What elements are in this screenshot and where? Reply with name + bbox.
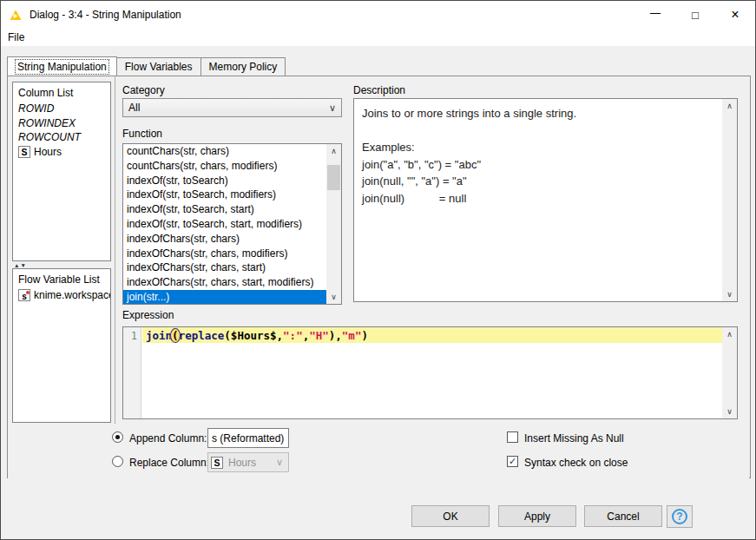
append-column-label: Append Column:: [129, 432, 207, 445]
description-line: join(null) = null: [362, 190, 714, 207]
description-line: [362, 122, 714, 140]
list-item-label: Hours: [34, 146, 62, 158]
tab-bar: String ManipulationFlow VariablesMemory …: [7, 56, 285, 76]
flow-variable-item[interactable]: sknime.workspace: [13, 288, 110, 303]
category-value: All: [123, 102, 324, 114]
column-list-item[interactable]: SHours: [13, 145, 110, 160]
menu-file[interactable]: File: [1, 31, 31, 43]
description-box[interactable]: Joins to or more strings into a single s…: [353, 98, 738, 302]
apply-button[interactable]: Apply: [498, 505, 576, 527]
category-label: Category: [122, 84, 165, 96]
code-token-string: "H": [309, 329, 329, 342]
pane-splitter[interactable]: ▲ ▼: [12, 262, 111, 268]
tab-label: Memory Policy: [209, 61, 278, 73]
list-item-label: knime.workspace: [34, 289, 111, 301]
append-column-input[interactable]: s (Reformatted): [207, 428, 289, 448]
column-list-item[interactable]: ROWCOUNT: [13, 130, 110, 145]
function-list-item[interactable]: countChars(str, chars): [123, 144, 326, 159]
menubar: File: [1, 29, 755, 46]
column-list-item[interactable]: ROWINDEX: [13, 116, 110, 131]
flow-variable-list-title: Flow Variable List: [13, 269, 110, 288]
tab-flow-variables[interactable]: Flow Variables: [116, 57, 201, 76]
flow-variable-list[interactable]: Flow Variable List sknime.workspace: [12, 268, 111, 423]
description-line: join(null, "", "a") = "a": [362, 173, 714, 190]
dialog-body: String ManipulationFlow VariablesMemory …: [1, 46, 755, 539]
chevron-down-icon: ∨: [324, 102, 341, 114]
scrollbar-thumb[interactable]: [327, 165, 340, 190]
code-token-string: "m": [342, 329, 362, 342]
function-list-item[interactable]: indexOfChars(str, chars, start, modifier…: [123, 275, 326, 290]
replace-column-value: Hours: [223, 457, 271, 469]
list-item-label: ROWINDEX: [18, 117, 76, 129]
tab-string-manipulation[interactable]: String Manipulation: [7, 56, 117, 76]
replace-column-label: Replace Column:: [129, 457, 209, 469]
list-item-label: ROWCOUNT: [18, 131, 81, 143]
ok-button[interactable]: OK: [411, 505, 490, 527]
minimize-icon: —: [650, 7, 661, 19]
code-token-plain: ): [361, 329, 368, 342]
function-list-item[interactable]: indexOf(str, toSearch, modifiers): [123, 188, 326, 202]
function-list-item[interactable]: join(str...): [123, 290, 326, 305]
function-list-item[interactable]: indexOf(str, toSearch, start, modifiers): [123, 217, 326, 232]
titlebar[interactable]: Dialog - 3:4 - String Manipulation — □ ×: [1, 1, 755, 29]
function-list-scrollbar[interactable]: ∧ ∨: [326, 144, 341, 304]
append-column-radio[interactable]: [112, 431, 123, 443]
maximize-button[interactable]: □: [675, 1, 715, 29]
splitter-down-icon: ▼: [20, 262, 25, 268]
function-list[interactable]: countChars(str, chars)countChars(str, ch…: [122, 143, 342, 305]
string-manipulation-panel: Column List ROWIDROWINDEXROWCOUNTSHours …: [7, 76, 751, 478]
code-area[interactable]: join(replace($Hours$,":","H"),"m"): [142, 327, 722, 418]
description-line: Joins to or more strings into a single s…: [362, 105, 714, 122]
left-pane-divider[interactable]: [115, 76, 115, 424]
function-list-item[interactable]: indexOf(str, toSearch): [123, 174, 326, 188]
function-list-item[interactable]: indexOf(str, toSearch, start): [123, 202, 326, 217]
function-label: Function: [122, 128, 162, 140]
window-controls: — □ ×: [635, 1, 755, 29]
code-token-string: ":": [283, 329, 303, 342]
close-button[interactable]: ×: [715, 1, 755, 29]
minimize-button[interactable]: —: [635, 1, 675, 29]
flow-variable-dot: [26, 291, 30, 294]
category-combobox[interactable]: All ∨: [122, 98, 342, 117]
code-token-function: join: [146, 329, 172, 342]
expression-label: Expression: [122, 309, 174, 321]
replace-column-radio[interactable]: [112, 456, 123, 467]
syntax-check-on-close-checkbox[interactable]: ✓: [507, 456, 518, 467]
function-list-item[interactable]: countChars(str, chars, modifiers): [123, 159, 326, 174]
check-icon: ✓: [509, 456, 516, 467]
function-list-item[interactable]: indexOfChars(str, chars, start): [123, 260, 326, 275]
flow-variable-list-items: sknime.workspace: [13, 288, 110, 303]
cancel-button[interactable]: Cancel: [584, 505, 662, 527]
splitter-up-icon: ▲: [14, 262, 19, 268]
editor-scrollbar[interactable]: ∧ ∨: [722, 327, 737, 418]
code-token-plain: $Hours$: [231, 329, 277, 342]
scroll-up-icon[interactable]: ∧: [722, 327, 737, 341]
scroll-down-icon[interactable]: ∨: [722, 405, 737, 418]
function-list-item[interactable]: indexOfChars(str, chars, modifiers): [123, 247, 326, 261]
code-token-plain: ,: [277, 329, 284, 342]
description-scrollbar[interactable]: ∧ ∨: [722, 99, 737, 301]
scroll-down-icon[interactable]: ∨: [722, 287, 737, 301]
help-button[interactable]: ?: [667, 505, 693, 528]
column-list-title: Column List: [13, 82, 110, 102]
column-list[interactable]: Column List ROWIDROWINDEXROWCOUNTSHours: [12, 82, 111, 261]
scroll-up-icon[interactable]: ∧: [722, 99, 737, 113]
expression-editor[interactable]: 1 join(replace($Hours$,":","H"),"m") ∧ ∨: [122, 326, 738, 419]
code-token-plain: ,: [335, 329, 342, 342]
insert-missing-as-null-checkbox[interactable]: ✓: [507, 431, 518, 443]
output-options-row: Append Column: s (Reformatted) Replace C…: [8, 426, 749, 478]
string-type-icon: S: [18, 146, 30, 158]
replace-column-combobox[interactable]: S Hours ∨: [207, 452, 289, 472]
column-list-item[interactable]: ROWID: [13, 102, 110, 116]
function-list-items: countChars(str, chars)countChars(str, ch…: [123, 144, 326, 305]
function-list-item[interactable]: indexOfChars(str, chars): [123, 232, 326, 247]
scroll-up-icon[interactable]: ∧: [326, 144, 341, 158]
tab-memory-policy[interactable]: Memory Policy: [201, 57, 286, 76]
expression-code: join(replace($Hours$,":","H"),"m"): [142, 327, 722, 342]
scroll-down-icon[interactable]: ∨: [326, 290, 341, 304]
chevron-down-icon: ∨: [271, 457, 288, 468]
code-token-function: replace: [179, 329, 225, 342]
string-type-icon: S: [211, 457, 223, 469]
tab-label: Flow Variables: [125, 61, 193, 73]
code-token-plain: (: [224, 329, 231, 342]
